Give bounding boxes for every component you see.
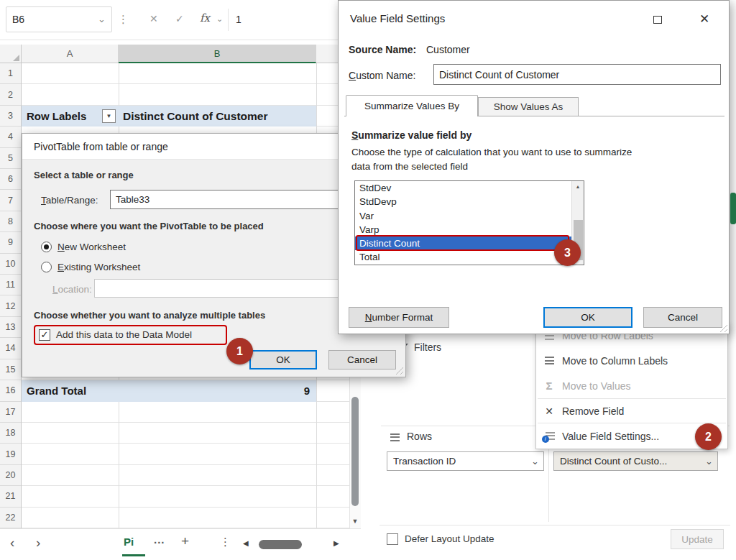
formula-bar-bottom-line: [0, 40, 361, 40]
close-button[interactable]: ✕: [694, 9, 715, 28]
values-header-text: Distinct Count of Customer: [123, 110, 268, 123]
annotation-badge-1: 1: [226, 338, 253, 364]
row-header[interactable]: 1: [0, 63, 21, 84]
tab-show-values-as[interactable]: Show Values As: [478, 97, 579, 116]
ok-button[interactable]: OK: [543, 307, 632, 328]
list-item[interactable]: StdDev: [355, 181, 571, 195]
menu-item-remove-field[interactable]: ✕ Remove Field: [536, 399, 727, 423]
menu-item-move-to-values[interactable]: Σ Move to Values: [536, 373, 727, 398]
grand-total-label-cell[interactable]: Grand Total: [22, 380, 119, 402]
existing-worksheet-label: Existing Worksheet: [58, 262, 140, 272]
value-field-settings-icon: i: [536, 431, 562, 441]
fx-icon[interactable]: fx: [200, 12, 210, 24]
update-button[interactable]: Update: [671, 529, 724, 549]
formula-value: 1: [236, 14, 242, 25]
formula-bar-divider: [228, 9, 229, 31]
list-item[interactable]: Varp: [355, 223, 571, 237]
row-header[interactable]: 22: [0, 508, 21, 528]
row-header[interactable]: 10: [0, 254, 21, 275]
pane-scrollbar-thumb[interactable]: [730, 193, 736, 224]
formula-cancel-icon[interactable]: ✕: [150, 13, 158, 24]
ok-button[interactable]: OK: [249, 350, 317, 369]
formula-bar-kebab-icon[interactable]: ⋮: [118, 13, 129, 26]
tab-scroll-thumb[interactable]: [259, 540, 302, 549]
select-all-corner[interactable]: [0, 45, 22, 63]
sheet-bar-kebab-icon[interactable]: ⋮: [220, 536, 231, 548]
list-item[interactable]: Var: [355, 209, 571, 223]
new-worksheet-radio[interactable]: [41, 242, 52, 252]
custom-name-input[interactable]: Distinct Count of Customer: [433, 64, 721, 85]
menu-item-move-to-column-labels[interactable]: Move to Column Labels: [536, 349, 727, 374]
row-header[interactable]: 2: [0, 84, 21, 105]
row-header[interactable]: 12: [0, 295, 21, 316]
grand-total-value-cell[interactable]: 9: [119, 380, 316, 402]
annotation-badge-2: 2: [695, 423, 722, 450]
row-header[interactable]: 9: [0, 232, 21, 253]
row-header[interactable]: 8: [0, 211, 21, 232]
tab-scroll-left[interactable]: ◀: [243, 539, 249, 547]
row-header[interactable]: 13: [0, 317, 21, 338]
pivot-filter-button[interactable]: ▼: [102, 109, 116, 123]
row-header[interactable]: 5: [0, 148, 21, 169]
cancel-button[interactable]: Cancel: [328, 350, 396, 369]
remove-field-icon: ✕: [536, 405, 562, 417]
row-header[interactable]: 21: [0, 486, 21, 507]
source-name-value: Customer: [426, 44, 470, 55]
number-format-label: Number Format: [365, 312, 433, 323]
tab-scroll-right[interactable]: ▶: [334, 539, 339, 547]
row-header[interactable]: 20: [0, 465, 21, 486]
number-format-button[interactable]: Number Format: [349, 307, 449, 328]
list-item-selected[interactable]: Distinct Count: [355, 237, 571, 250]
listbox-scroll-up-button[interactable]: ▲: [572, 181, 584, 192]
chevron-down-icon: ⌄: [705, 458, 713, 465]
calculation-listbox[interactable]: StdDev StdDevp Var Varp Distinct Count T…: [354, 180, 584, 265]
row-header[interactable]: 3: [0, 106, 21, 127]
triangle-up-icon: ▲: [576, 184, 581, 189]
pivot-values-header-cell[interactable]: Distinct Count of Customer: [119, 106, 316, 127]
cancel-button[interactable]: Cancel: [643, 307, 722, 328]
row-header[interactable]: 18: [0, 423, 21, 444]
row-header[interactable]: 4: [0, 127, 21, 147]
name-box-chevron-icon[interactable]: ⌄: [98, 16, 106, 23]
list-item[interactable]: Total: [355, 250, 571, 264]
rows-field-dropdown[interactable]: Transaction ID ⌄: [387, 451, 544, 471]
column-header-b[interactable]: B: [119, 45, 316, 63]
formula-enter-icon[interactable]: ✓: [175, 13, 184, 24]
vertical-scrollbar-thumb[interactable]: [351, 397, 359, 506]
scroll-down-button[interactable]: ▼: [349, 513, 361, 528]
maximize-button[interactable]: [648, 11, 668, 28]
sheet-nav-right[interactable]: ›: [36, 535, 40, 551]
row-header[interactable]: 11: [0, 275, 21, 295]
row-header[interactable]: 17: [0, 402, 21, 423]
row-header[interactable]: 15: [0, 359, 21, 380]
multiple-tables-label: Choose whether you want to analyze multi…: [34, 310, 265, 321]
row-header[interactable]: 7: [0, 190, 21, 211]
maximize-icon: [653, 16, 662, 24]
column-header-a[interactable]: A: [22, 45, 119, 63]
add-sheet-button[interactable]: +: [181, 533, 189, 549]
data-model-checkbox[interactable]: ✓: [39, 329, 50, 341]
defer-layout-checkbox[interactable]: [387, 533, 398, 545]
row-header[interactable]: 14: [0, 338, 21, 359]
name-box[interactable]: B6 ⌄: [6, 6, 112, 32]
row-header[interactable]: 6: [0, 169, 21, 190]
row-header[interactable]: 16: [0, 380, 21, 401]
sheet-nav-left[interactable]: ‹: [10, 535, 14, 551]
existing-worksheet-radio[interactable]: [41, 262, 52, 272]
row-header[interactable]: 19: [0, 444, 21, 464]
sheet-tab-active[interactable]: Pi: [124, 536, 134, 548]
menu-item-label: Move to Values: [562, 380, 630, 392]
badge-number: 2: [705, 431, 712, 444]
values-field-label: Distinct Count of Custo...: [560, 456, 667, 467]
close-icon: ✕: [699, 12, 709, 27]
badge-number: 1: [236, 345, 243, 358]
new-worksheet-label: New Worksheet: [58, 242, 126, 252]
more-sheets-button[interactable]: ...: [154, 533, 165, 546]
list-item[interactable]: StdDevp: [355, 195, 571, 208]
formula-input[interactable]: 1: [236, 6, 336, 32]
fx-chevron-icon[interactable]: ⌄: [216, 14, 223, 24]
values-field-dropdown[interactable]: Distinct Count of Custo... ⌄: [553, 451, 718, 471]
sigma-icon: Σ: [536, 380, 562, 392]
tab-summarize-values-by[interactable]: Summarize Values By: [346, 95, 478, 116]
table-range-label: Table/Range:: [41, 195, 98, 206]
